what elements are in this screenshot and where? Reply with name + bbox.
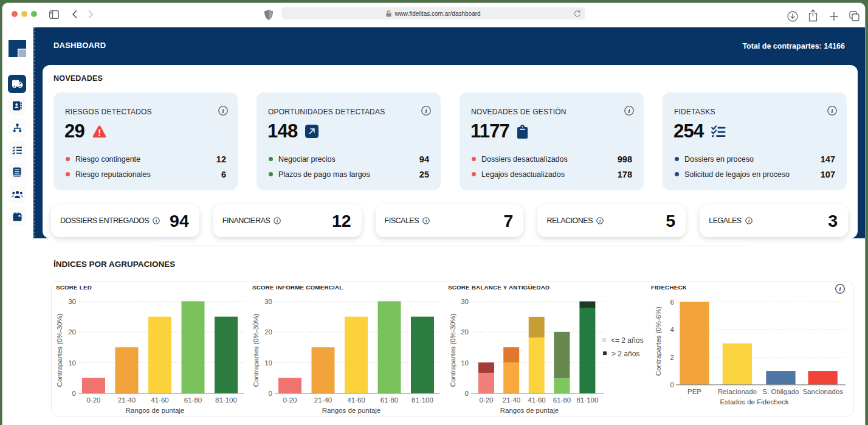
svg-text:i: i [839, 286, 841, 292]
svg-text:Contrapartes (0%-30%): Contrapartes (0%-30%) [449, 313, 456, 387]
svg-text:0-20: 0-20 [283, 396, 297, 404]
svg-text:i: i [156, 218, 157, 224]
svg-text:10: 10 [461, 359, 469, 367]
svg-text:0-20: 0-20 [86, 396, 100, 404]
svg-text:i: i [277, 218, 278, 224]
svg-text:Relacionado: Relacionado [718, 388, 757, 395]
svg-text:81-100: 81-100 [215, 396, 237, 404]
svg-text:i: i [599, 218, 601, 224]
svg-text:PEP: PEP [687, 388, 701, 395]
svg-text:81-100: 81-100 [412, 396, 433, 404]
svg-text:0: 0 [269, 390, 272, 397]
svg-text:6: 6 [670, 299, 674, 306]
svg-text:0: 0 [72, 390, 76, 397]
svg-text:i: i [748, 218, 750, 224]
svg-text:10: 10 [264, 359, 272, 367]
svg-text:Sancionados: Sancionados [802, 388, 843, 395]
svg-text:Estados de Fidecheck: Estados de Fidecheck [720, 398, 788, 406]
svg-text:30: 30 [264, 298, 272, 305]
svg-text:Contrapartes (0%-6%): Contrapartes (0%-6%) [655, 306, 662, 376]
svg-text:4: 4 [670, 326, 675, 333]
svg-text:20: 20 [68, 328, 76, 336]
svg-text:41-60: 41-60 [347, 396, 365, 404]
svg-text:i: i [222, 108, 224, 114]
svg-text:Rangos de puntaje: Rangos de puntaje [126, 407, 185, 414]
svg-text:> 2 años: > 2 años [611, 350, 639, 358]
svg-text:0: 0 [465, 390, 469, 397]
svg-text:21-40: 21-40 [314, 396, 332, 404]
svg-text:20: 20 [264, 328, 272, 336]
svg-text:2: 2 [670, 354, 674, 361]
svg-text:i: i [425, 108, 427, 114]
svg-text:61-80: 61-80 [184, 396, 202, 404]
svg-text:i: i [629, 108, 630, 114]
svg-text:30: 30 [461, 298, 469, 305]
svg-text:SCORE LED: SCORE LED [56, 284, 92, 291]
svg-text:Rangos de puntaje: Rangos de puntaje [322, 407, 381, 414]
svg-text:21-40: 21-40 [118, 396, 136, 404]
svg-text:<= 2 años: <= 2 años [611, 336, 643, 345]
svg-text:SCORE INFORME COMERCIAL: SCORE INFORME COMERCIAL [252, 284, 343, 291]
svg-text:i: i [425, 218, 427, 224]
svg-text:FIDECHECK: FIDECHECK [651, 284, 687, 291]
svg-text:Contrapartes (0%-30%): Contrapartes (0%-30%) [252, 313, 260, 387]
svg-text:i: i [832, 108, 833, 114]
svg-text:21-40: 21-40 [503, 396, 520, 404]
svg-text:Contrapartes (0%-30%): Contrapartes (0%-30%) [56, 313, 63, 387]
svg-text:20: 20 [461, 328, 469, 336]
svg-text:0: 0 [670, 381, 674, 389]
svg-text:30: 30 [68, 298, 76, 305]
svg-text:61-80: 61-80 [381, 396, 398, 404]
svg-text:S. Obligado: S. Obligado [762, 388, 799, 395]
svg-text:0-20: 0-20 [479, 396, 493, 404]
svg-text:Rangos de puntaje: Rangos de puntaje [500, 407, 559, 414]
svg-text:41-60: 41-60 [151, 396, 168, 404]
svg-text:61-80: 61-80 [553, 396, 571, 404]
svg-text:81-100: 81-100 [577, 396, 599, 404]
svg-text:SCORE BALANCE Y ANTIGÜEDAD: SCORE BALANCE Y ANTIGÜEDAD [448, 284, 549, 291]
svg-text:41-60: 41-60 [528, 396, 545, 404]
svg-text:10: 10 [68, 359, 76, 367]
